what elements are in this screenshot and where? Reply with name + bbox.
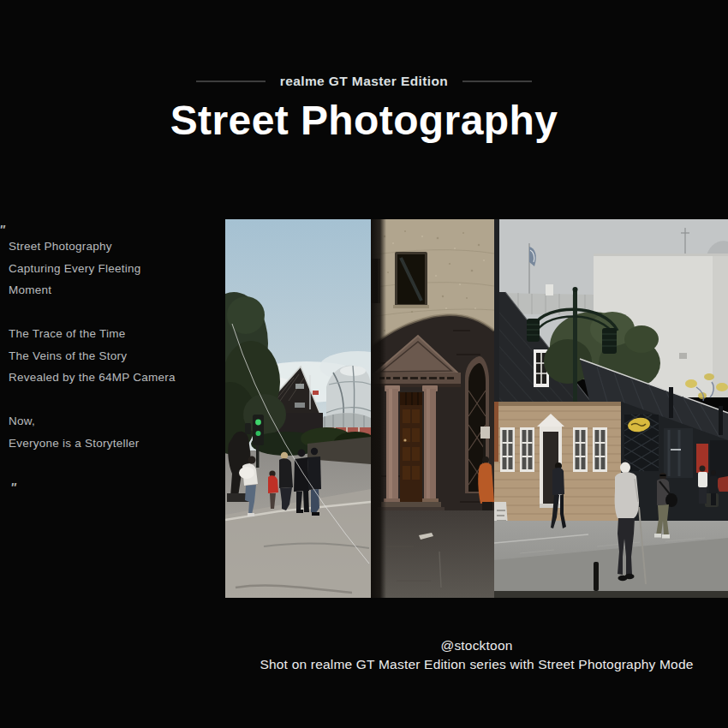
product-name: realme GT Master Edition bbox=[280, 74, 449, 89]
caption: @stocktoon Shot on realme GT Master Edit… bbox=[225, 636, 728, 674]
quote-gap bbox=[9, 389, 176, 411]
quote-line: Street Photography bbox=[9, 236, 176, 258]
caption-line: Shot on realme GT Master Edition series … bbox=[225, 655, 728, 674]
red-car bbox=[718, 476, 728, 492]
quote-line: Now, bbox=[9, 410, 176, 433]
bollard bbox=[594, 562, 599, 591]
credit-handle: @stocktoon bbox=[225, 636, 728, 655]
eyebrow-row: realme GT Master Edition bbox=[0, 74, 728, 88]
open-quote-mark: " bbox=[0, 222, 6, 237]
close-quote-mark: " bbox=[9, 476, 176, 498]
header: realme GT Master Edition Street Photogra… bbox=[0, 74, 728, 142]
photo-stone-entrance bbox=[371, 219, 494, 598]
quote-line: Everyone is a Storyteller bbox=[9, 433, 176, 455]
quote-gap bbox=[9, 454, 176, 476]
quote-gap bbox=[9, 301, 176, 324]
sash-window bbox=[500, 427, 515, 472]
sash-window bbox=[593, 427, 607, 472]
sash-window bbox=[573, 427, 588, 472]
divider-left bbox=[196, 81, 266, 82]
sidewalk bbox=[371, 510, 494, 598]
page-title: Street Photography bbox=[0, 99, 728, 142]
quote-line: Revealed by the 64MP Camera bbox=[9, 367, 176, 389]
quote-line: Moment bbox=[9, 279, 176, 301]
photo-strip bbox=[225, 219, 728, 598]
quote-line: Capturing Every Fleeting bbox=[9, 258, 176, 280]
sash-window bbox=[520, 427, 534, 472]
quote-block: " Street Photography Capturing Every Fle… bbox=[9, 236, 176, 498]
quote-line: The Trace of the Time bbox=[9, 323, 176, 345]
building-corner-shadow bbox=[371, 219, 386, 598]
quote-line: The Veins of the Story bbox=[9, 345, 176, 367]
photo-street-walkers bbox=[494, 219, 728, 598]
photo-crosswalk-scene bbox=[225, 219, 371, 598]
building-corner bbox=[494, 219, 499, 402]
poster: realme GT Master Edition Street Photogra… bbox=[0, 0, 728, 728]
dome-building bbox=[326, 366, 371, 418]
divider-right bbox=[462, 81, 532, 82]
